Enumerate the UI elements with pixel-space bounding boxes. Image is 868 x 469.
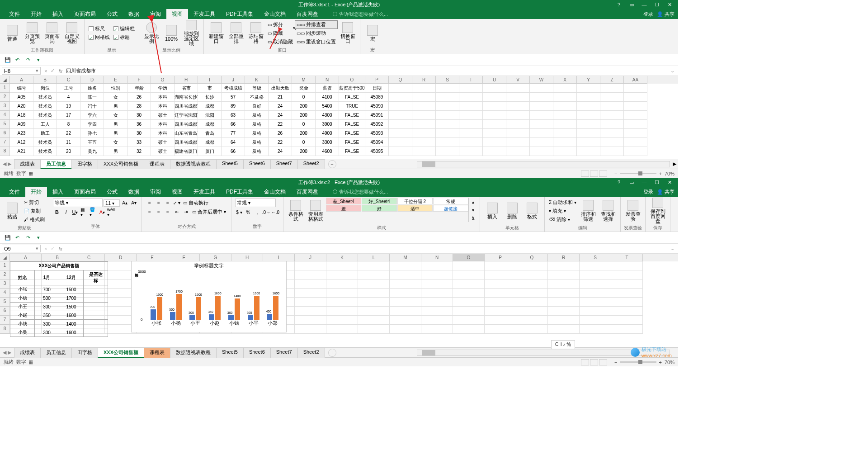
col-head[interactable]: W	[530, 76, 553, 84]
cell[interactable]	[483, 102, 506, 111]
cell[interactable]	[611, 270, 643, 280]
col-head[interactable]: Z	[600, 76, 624, 84]
arrange-all-button[interactable]: 全部重排	[226, 20, 245, 46]
cell[interactable]	[553, 102, 577, 111]
cell[interactable]	[516, 261, 548, 270]
cell[interactable]: 8	[57, 120, 80, 129]
sheet-tab[interactable]: 成绩表	[14, 159, 41, 169]
zoom-slider[interactable]	[620, 173, 656, 174]
cell[interactable]: 及格	[245, 111, 269, 120]
minimize-icon[interactable]: —	[641, 2, 647, 8]
col-head[interactable]: F	[168, 254, 200, 261]
cell[interactable]	[624, 129, 647, 138]
cell[interactable]: 技术员	[33, 102, 57, 111]
cell[interactable]: 45089	[365, 93, 389, 102]
cell[interactable]: 本科	[151, 129, 175, 138]
style-cell[interactable]: 超链接	[433, 205, 468, 212]
percent-button[interactable]: %	[244, 208, 252, 216]
cell[interactable]	[436, 138, 459, 147]
cell[interactable]	[624, 138, 647, 147]
cell[interactable]	[459, 111, 483, 120]
cell[interactable]	[485, 325, 516, 334]
cell[interactable]: 冯十	[80, 102, 104, 111]
delete-cells-button[interactable]: 删除	[503, 198, 522, 224]
sheet-tab[interactable]: Sheet7	[270, 159, 298, 169]
grow-font-button[interactable]: A▴	[121, 199, 129, 207]
hscroll-1[interactable]	[417, 161, 670, 167]
vscroll-arrow[interactable]: ▶	[673, 161, 676, 167]
sync-scroll-button[interactable]: ▭▭ 同步滚动	[295, 29, 337, 37]
close-icon-2[interactable]: ✕	[666, 180, 673, 185]
cell[interactable]	[516, 316, 548, 325]
cell[interactable]	[611, 298, 643, 307]
sort-filter-button[interactable]: 排序和筛选	[579, 198, 598, 224]
cell[interactable]: 21	[269, 93, 292, 102]
orientation-button[interactable]: ⤢ ▾	[173, 199, 181, 207]
cell[interactable]: 年龄	[127, 84, 151, 93]
cell[interactable]	[358, 270, 390, 280]
sheet-nav-last[interactable]: ▶	[8, 161, 11, 167]
cell[interactable]	[580, 316, 611, 325]
align-right-button[interactable]: ≡	[164, 208, 172, 216]
reset-window-button[interactable]: ▭▭ 重设窗口位置	[295, 38, 337, 46]
formula-bar-check[interactable]: 编辑栏	[112, 25, 136, 33]
cell[interactable]: 45091	[365, 111, 389, 120]
cell[interactable]: 32	[127, 147, 151, 156]
cell[interactable]: FALSE	[339, 138, 365, 147]
sheet-tab[interactable]: 员工信息	[40, 159, 72, 169]
cell[interactable]: 及格	[245, 120, 269, 129]
col-head[interactable]: B	[42, 254, 73, 261]
tab-data[interactable]: 数据	[123, 9, 145, 19]
view-normal-icon[interactable]	[581, 171, 589, 177]
row-number[interactable]: 6	[0, 307, 10, 316]
col-head[interactable]: E	[137, 254, 168, 261]
row-number[interactable]: 6	[0, 129, 10, 138]
zoom-out-icon[interactable]: −	[614, 171, 617, 176]
cell[interactable]: FALSE	[339, 147, 365, 156]
number-format-select[interactable]: 常规 ▾	[235, 199, 276, 207]
tab-view[interactable]: 视图	[166, 9, 188, 19]
italic-button[interactable]: I	[62, 208, 70, 216]
cell[interactable]	[530, 102, 553, 111]
grid-1[interactable]: ◢ABCDEFGHIJKLMNOPQRSTUVWXYZAA 1编号岗位工号姓名性…	[0, 76, 678, 159]
cell[interactable]: 四川省成都市	[175, 138, 198, 147]
col-head[interactable]: E	[104, 76, 127, 84]
styles-down-icon[interactable]: ▾	[469, 206, 477, 214]
sheet-tab[interactable]: Sheet2	[297, 348, 325, 358]
bold-button[interactable]: B	[53, 208, 61, 216]
cell[interactable]: 30	[127, 129, 151, 138]
sheet-tab[interactable]: 员工信息	[40, 348, 72, 358]
zoom-in-icon[interactable]: +	[659, 171, 662, 176]
cell[interactable]: 良好	[245, 102, 269, 111]
cell[interactable]	[483, 120, 506, 129]
col-head[interactable]: A	[10, 76, 33, 84]
cell[interactable]	[506, 84, 530, 93]
styles-more-icon[interactable]: ⊻	[469, 214, 477, 222]
style-cell[interactable]: 好	[362, 205, 397, 212]
cell[interactable]: 福建省厦门市	[175, 147, 198, 156]
cell[interactable]: 19	[57, 102, 80, 111]
wrap-button[interactable]: ▭ 自动换行	[182, 199, 210, 207]
align-bot-button[interactable]: ≡	[164, 199, 172, 207]
sheet-tab[interactable]: 成绩表	[14, 348, 41, 358]
fill-color-button[interactable]: 🪣 ▾	[89, 208, 97, 216]
align-center-button[interactable]: ≡	[155, 208, 163, 216]
cell[interactable]	[506, 111, 530, 120]
cell[interactable]	[600, 93, 624, 102]
cell[interactable]	[390, 270, 421, 280]
cell[interactable]: 学历	[151, 84, 175, 93]
cell[interactable]: 男	[104, 120, 127, 129]
col-head[interactable]: J	[295, 254, 326, 261]
cell[interactable]	[530, 84, 553, 93]
cell[interactable]: 4	[57, 93, 80, 102]
cell[interactable]	[483, 84, 506, 93]
zoom-percent-2[interactable]: 70%	[665, 360, 675, 365]
col-head[interactable]: T	[459, 76, 483, 84]
cell[interactable]	[436, 147, 459, 156]
cell[interactable]	[577, 120, 600, 129]
cell[interactable]: 200	[292, 129, 316, 138]
undo-icon[interactable]: ↶	[15, 57, 22, 63]
style-cell[interactable]: 差_Sheet4	[326, 198, 361, 204]
col-head[interactable]: P	[485, 254, 516, 261]
login-link[interactable]: 登录	[643, 11, 653, 18]
